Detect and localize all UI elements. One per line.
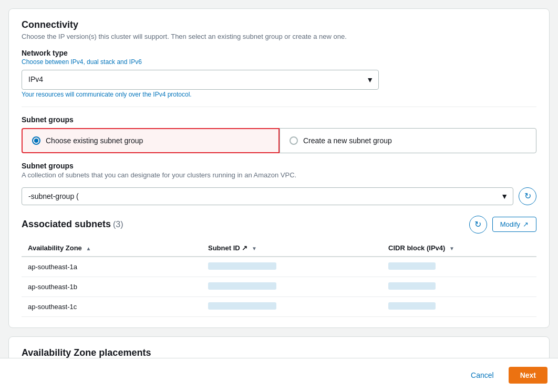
associated-subnets-title: Associated subnets	[22, 219, 111, 229]
subnet-id-cell-1	[202, 257, 382, 277]
az-placement-title: Availability Zone placements	[22, 347, 536, 358]
subnet-id-cell-2	[202, 277, 382, 296]
table-row: ap-southeast-1c	[22, 296, 536, 316]
footer-actions: Cancel Next	[0, 358, 558, 392]
modify-label: Modify	[500, 220, 520, 228]
associated-subnets-count: (3)	[113, 220, 123, 229]
modify-button[interactable]: Modify ↗	[492, 217, 536, 232]
table-row: ap-southeast-1b	[22, 277, 536, 296]
subnet-groups-sublabel: Subnet groups	[22, 162, 536, 170]
network-type-hint: Your resources will communicate only ove…	[22, 91, 536, 98]
subnets-refresh-button[interactable]: ↻	[469, 216, 487, 234]
subnets-table: Availability Zone ▲ Subnet ID ↗ ▼ CIDR b…	[22, 240, 536, 317]
az-cell-1: ap-southeast-1a	[22, 257, 202, 277]
subnet-external-icon: ↗	[242, 244, 247, 252]
associated-subnets-actions: ↻ Modify ↗	[469, 216, 536, 234]
subnet-groups-label: Subnet groups	[22, 115, 536, 124]
cidr-cell-1	[382, 257, 536, 277]
network-type-select[interactable]: IPv4 Dual stack IPv6	[22, 70, 379, 90]
subnet-select-wrapper: -subnet-group ( ▼	[22, 187, 513, 205]
radio-choose-existing[interactable]: Choose existing subnet group	[22, 128, 280, 153]
az-sort-icon: ▲	[86, 246, 91, 251]
network-type-select-wrapper: IPv4 Dual stack IPv6 ▼	[22, 70, 379, 90]
subnet-groups-radio-group: Choose existing subnet group Create a ne…	[22, 128, 536, 153]
az-cell-3: ap-southeast-1c	[22, 296, 202, 316]
cidr-cell-2	[382, 277, 536, 296]
radio-create-new-circle	[290, 136, 298, 145]
connectivity-title: Connectivity	[22, 19, 536, 30]
connectivity-description: Choose the IP version(s) this cluster wi…	[22, 33, 536, 40]
connectivity-card: Connectivity Choose the IP version(s) th…	[8, 8, 550, 328]
network-type-sublabel: Choose between IPv4, dual stack and IPv6	[22, 58, 536, 66]
col-subnet-id[interactable]: Subnet ID ↗ ▼	[202, 240, 382, 257]
subnet-groups-sub: Subnet groups A collection of subnets th…	[22, 162, 536, 205]
radio-choose-existing-label: Choose existing subnet group	[46, 136, 143, 145]
associated-subnets-title-group: Associated subnets (3)	[22, 219, 123, 230]
subnet-refresh-button[interactable]: ↻	[519, 187, 536, 205]
subnet-groups-subdesc: A collection of subnets that you can des…	[22, 171, 536, 179]
subnet-groups-section: Subnet groups Choose existing subnet gro…	[22, 115, 536, 317]
subnet-group-row: -subnet-group ( ▼ ↻	[22, 187, 536, 205]
subnet-group-select[interactable]: -subnet-group (	[22, 187, 513, 205]
radio-choose-existing-circle	[32, 136, 40, 145]
associated-subnets-header: Associated subnets (3) ↻ Modify ↗	[22, 216, 536, 234]
cidr-sort-icon: ▼	[449, 246, 454, 251]
radio-create-new[interactable]: Create a new subnet group	[280, 128, 536, 153]
next-button[interactable]: Next	[509, 367, 547, 384]
col-az[interactable]: Availability Zone ▲	[22, 240, 202, 257]
network-type-label: Network type	[22, 49, 536, 57]
subnet-sort-icon: ▼	[252, 246, 257, 251]
cidr-cell-3	[382, 296, 536, 316]
az-cell-2: ap-southeast-1b	[22, 277, 202, 296]
col-cidr[interactable]: CIDR block (IPv4) ▼	[382, 240, 536, 257]
modify-external-icon: ↗	[523, 220, 529, 228]
table-row: ap-southeast-1a	[22, 257, 536, 277]
cancel-button[interactable]: Cancel	[461, 367, 503, 384]
subnet-id-cell-3	[202, 296, 382, 316]
radio-create-new-label: Create a new subnet group	[303, 136, 392, 145]
